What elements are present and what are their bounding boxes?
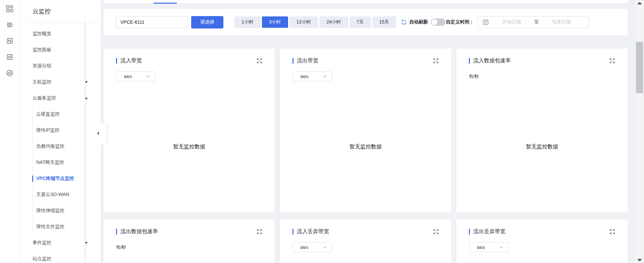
site-globe-icon[interactable] <box>0 65 19 81</box>
empty-data-text: 暂无监控数据 <box>292 81 439 212</box>
refresh-icon[interactable] <box>401 19 407 25</box>
sidebar-item-vpc-endpoint[interactable]: VPC终端节点监控 <box>19 171 101 187</box>
sidebar-item-nat-gateway[interactable]: NAT网关监控 <box>19 154 101 171</box>
time-range-3h-button[interactable]: 3小时 <box>262 16 288 28</box>
sidebar-item-cloud-service-monitor[interactable]: 云服务监控 <box>19 90 101 106</box>
expand-icon[interactable] <box>257 229 262 235</box>
sidebar-item-label: 主机监控 <box>33 79 51 85</box>
sidebar-item-label: 天翼云SD-WAN <box>36 192 69 198</box>
expand-icon[interactable] <box>257 58 262 64</box>
host-monitor-icon[interactable] <box>0 33 19 49</box>
sidebar-menu: 监控概览 监控面板 资源分组 主机监控 云服务监控 <box>19 26 101 106</box>
sidebar-divider <box>26 23 98 23</box>
card-title: 流入丢弃带宽 <box>297 228 329 235</box>
chevron-down-icon <box>499 246 503 249</box>
sidebar-item-label: 站点监控 <box>33 256 51 262</box>
card-inbound-dropped-bandwidth: 流入丢弃带宽 bit/s <box>280 219 451 263</box>
network-switch-icon[interactable] <box>0 49 19 65</box>
card-title: 流入带宽 <box>120 57 142 64</box>
scroll-down-arrow-icon[interactable] <box>637 259 642 261</box>
unit-value: bit/s <box>477 245 485 250</box>
card-inbound-packet-rate: 流入数据包速率 包/秒 暂无监控数据 <box>457 49 628 212</box>
card-outbound-bandwidth: 流出带宽 bit/s 暂无监控数据 <box>280 49 451 212</box>
unit-value: bit/s <box>301 74 309 79</box>
unit-dropdown[interactable]: bit/s <box>292 71 332 81</box>
sidebar: 云监控 监控概览 监控面板 资源分组 主机监控 云服务监控 云硬盘监控 弹性IP… <box>19 0 101 263</box>
sidebar-item-elastic-file[interactable]: 弹性文件监控 <box>19 219 101 235</box>
unit-dropdown[interactable]: bit/s <box>116 71 156 81</box>
sidebar-item-auto-scaling[interactable]: 弹性伸缩监控 <box>19 203 101 219</box>
empty-data-area <box>292 252 439 263</box>
sidebar-item-elastic-ip[interactable]: 弹性IP监控 <box>19 122 101 138</box>
expand-icon[interactable] <box>433 229 439 235</box>
expand-icon[interactable] <box>433 58 439 64</box>
auto-refresh-toggle[interactable] <box>431 18 445 26</box>
page-scrollbar[interactable] <box>635 0 644 263</box>
calendar-icon <box>482 19 489 25</box>
sidebar-item-monitor-overview[interactable]: 监控概览 <box>19 26 101 42</box>
instance-input[interactable] <box>116 16 188 28</box>
unit-dropdown[interactable]: bit/s <box>469 242 508 252</box>
title-accent-bar <box>116 58 117 64</box>
unit-value: bit/s <box>124 74 132 79</box>
expand-icon[interactable] <box>609 229 615 235</box>
sidebar-item-sdwan[interactable]: 天翼云SD-WAN <box>19 187 101 203</box>
expand-icon[interactable] <box>609 58 615 64</box>
cloud-service-submenu: 云硬盘监控 弹性IP监控 负载均衡监控 NAT网关监控 VPC终端节点监控 天翼… <box>19 106 101 235</box>
sidebar-item-label: 弹性IP监控 <box>36 127 59 133</box>
sidebar-item-label: 资源分组 <box>33 63 51 69</box>
date-range-picker[interactable]: 开始日期 至 结束日期 <box>477 16 589 28</box>
sidebar-menu-bottom: 事件监控 站点监控 <box>19 235 101 263</box>
active-tab-underline <box>154 3 177 4</box>
start-date-placeholder[interactable]: 开始日期 <box>489 19 534 25</box>
sidebar-collapse-handle[interactable] <box>101 123 107 145</box>
card-title: 流出带宽 <box>297 57 318 64</box>
time-range-15d-button[interactable]: 15天 <box>372 16 396 28</box>
sidebar-item-label: 弹性文件监控 <box>36 224 64 230</box>
time-range-24h-button[interactable]: 24小时 <box>319 16 348 28</box>
toolbar: 请选择 1小时 3小时 12小时 24小时 7天 15天 自动刷新 自定义时间：… <box>104 9 628 35</box>
card-outbound-dropped-bandwidth: 流出丢弃带宽 bit/s <box>457 219 628 263</box>
card-title: 流入数据包速率 <box>473 57 511 64</box>
auto-refresh-label: 自动刷新 <box>409 19 428 25</box>
sidebar-item-load-balancer[interactable]: 负载均衡监控 <box>19 138 101 154</box>
card-title: 流出数据包速率 <box>120 228 158 235</box>
app-rail <box>0 0 19 263</box>
chevron-down-icon <box>323 246 327 249</box>
sidebar-title: 云监控 <box>19 0 101 16</box>
sidebar-item-label: NAT网关监控 <box>36 159 64 166</box>
sidebar-item-label: 负载均衡监控 <box>36 143 64 149</box>
scrollbar-thumb[interactable] <box>636 42 643 93</box>
end-date-placeholder[interactable]: 结束日期 <box>539 19 584 25</box>
app-grid-icon[interactable] <box>0 1 19 17</box>
select-button[interactable]: 请选择 <box>191 16 223 28</box>
date-range-separator: 至 <box>534 19 539 25</box>
sidebar-item-site-monitor[interactable]: 站点监控 <box>19 251 101 263</box>
vpc-icon[interactable] <box>0 17 19 33</box>
title-accent-bar <box>116 229 117 235</box>
unit-value: bit/s <box>301 245 309 250</box>
tab-strip <box>104 0 628 4</box>
sidebar-item-cloud-disk[interactable]: 云硬盘监控 <box>19 106 101 122</box>
title-accent-bar <box>292 58 293 64</box>
chevron-down-icon <box>323 75 327 78</box>
scroll-up-arrow-icon[interactable] <box>637 2 642 4</box>
empty-data-text: 暂无监控数据 <box>469 81 615 212</box>
time-range-1h-button[interactable]: 1小时 <box>234 16 261 28</box>
empty-data-text: 暂无监控数据 <box>116 81 262 212</box>
empty-data-area <box>116 252 262 263</box>
sidebar-item-monitor-panel[interactable]: 监控面板 <box>19 42 101 58</box>
unit-dropdown[interactable]: bit/s <box>292 242 332 252</box>
sidebar-item-resource-groups[interactable]: 资源分组 <box>19 58 101 74</box>
sidebar-item-host-monitor[interactable]: 主机监控 <box>19 74 101 90</box>
empty-data-area <box>469 252 615 263</box>
time-range-7d-button[interactable]: 7天 <box>350 16 371 28</box>
card-inbound-bandwidth: 流入带宽 bit/s 暂无监控数据 <box>104 49 275 212</box>
sidebar-item-label: VPC终端节点监控 <box>36 176 74 182</box>
time-range-12h-button[interactable]: 12小时 <box>289 16 318 28</box>
metric-cards-grid: 流入带宽 bit/s 暂无监控数据 流出带宽 bit/s 暂无监控数据 <box>104 49 628 263</box>
sidebar-scrollbar[interactable] <box>85 21 86 263</box>
title-accent-bar <box>469 58 470 64</box>
sidebar-item-label: 云硬盘监控 <box>36 111 60 117</box>
sidebar-item-event-monitor[interactable]: 事件监控 <box>19 235 101 251</box>
